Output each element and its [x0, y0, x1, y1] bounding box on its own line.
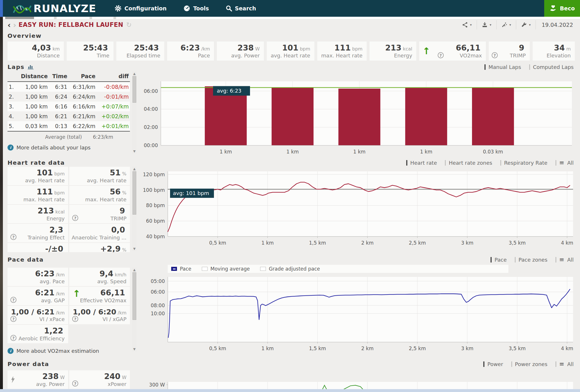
runalyze-logo[interactable]: RUNALYZE: [13, 2, 96, 15]
tab-heart-rate-zones[interactable]: Heart rate zones: [445, 160, 492, 166]
laps-pace-bar-chart[interactable]: 00:0002:0004:0006:001 km1 km1 km1 km0.03…: [142, 72, 580, 155]
svg-text:40 bpm: 40 bpm: [146, 234, 165, 239]
svg-text:0,5 km: 0,5 km: [209, 346, 226, 351]
chevron-down-icon: ▾: [509, 23, 511, 27]
edit-tools-button[interactable]: ▾: [516, 20, 536, 29]
stat-aerobic-efficiency: ?1,22Aerobic Efficiency: [8, 325, 68, 343]
laps-details-link[interactable]: i More details about your laps: [8, 145, 130, 151]
heart-rate-tabs: Heart rate Heart rate zones Respiratory …: [406, 160, 575, 166]
scroll-up-icon[interactable]: ▲: [133, 268, 135, 272]
tab-power[interactable]: Power: [483, 361, 503, 367]
pace-heading: Pace data: [8, 256, 44, 263]
help-icon[interactable]: ?: [72, 380, 78, 387]
tab-heart-rate[interactable]: Heart rate: [406, 160, 437, 166]
grade-adjusted-pace-checkbox[interactable]: [260, 267, 266, 271]
strip-mark: [89, 17, 92, 19]
scroll-up-icon[interactable]: ▲: [133, 72, 135, 76]
next-activity-button[interactable]: ›: [13, 21, 16, 29]
tab-computed-laps[interactable]: Computed Laps: [529, 64, 574, 70]
scroll-down-icon[interactable]: ▼: [133, 347, 135, 351]
stat-avg-speed: 9,4km/havg. Speed: [69, 268, 130, 286]
svg-text:08:00: 08:00: [151, 303, 165, 308]
main-panel: ‹ › EASY RUN: FELLBACH LAUFEN ↻ ▾: [3, 19, 580, 392]
legend-grade-adjusted-pace: Grade adjusted pace: [260, 266, 320, 272]
magic-wand-icon: [501, 22, 507, 28]
become-supporter-button[interactable]: Beco: [544, 0, 580, 17]
pace-tabs: Pace Pace zones ≡All: [491, 257, 575, 263]
svg-text:10:00: 10:00: [151, 311, 165, 316]
download-button[interactable]: ▾: [477, 20, 496, 29]
help-icon[interactable]: ?: [72, 316, 78, 322]
brand-name: RUNALYZE: [33, 3, 96, 14]
sub-navbar-strip: [3, 17, 580, 19]
elevation-tools-button[interactable]: ▾: [496, 20, 516, 29]
tab-all-power[interactable]: ≡All: [555, 361, 574, 367]
scroll-up-icon[interactable]: ▲: [133, 167, 135, 171]
help-icon[interactable]: ?: [10, 297, 16, 303]
nav-configuration[interactable]: Configuration: [115, 5, 167, 12]
tab-power-zones[interactable]: Power zones: [511, 361, 547, 367]
overview-stats-row: 4,03km Distance 25:43 Time 25:43 Elapsed…: [8, 42, 575, 61]
svg-text:3 km: 3 km: [461, 240, 473, 246]
strip-mark: [54, 17, 57, 19]
laps-scrollbar[interactable]: ▲ ▼: [132, 72, 137, 153]
tab-bar: [555, 257, 556, 262]
scroll-down-icon[interactable]: ▼: [133, 247, 135, 251]
previous-activity-button[interactable]: ‹: [8, 21, 11, 29]
nav-search[interactable]: Search: [226, 5, 256, 12]
help-icon[interactable]: ?: [72, 215, 78, 221]
stat-avg-power: 238W avg. Power: [8, 370, 68, 389]
svg-text:3 km: 3 km: [461, 346, 473, 351]
pace-checkbox[interactable]: [171, 267, 177, 271]
laps-heading: Laps: [8, 63, 25, 70]
download-icon: [482, 22, 488, 28]
chevron-down-icon: ▾: [529, 23, 531, 27]
help-icon[interactable]: ?: [10, 234, 16, 240]
vo2max-details-link[interactable]: i More about VO2max estimation: [8, 348, 130, 354]
help-icon[interactable]: ?: [10, 316, 16, 322]
stat-trimp: ?9TRIMP: [69, 205, 130, 223]
top-navbar: RUNALYZE Configuration Tools: [0, 0, 580, 17]
scrollbar-thumb[interactable]: [133, 272, 136, 320]
pace-scrollbar[interactable]: ▲ ▼: [132, 268, 137, 351]
scroll-down-icon[interactable]: ▼: [133, 149, 135, 153]
legend-pace: Pace: [171, 266, 191, 272]
svg-text:avg: 101 bpm: avg: 101 bpm: [173, 190, 209, 196]
svg-text:120 bpm: 120 bpm: [143, 172, 165, 177]
stat-training-effect: ?2,3Training Effect: [8, 224, 68, 242]
laps-chart-toggle-icon[interactable]: [27, 64, 34, 70]
tab-bar: [406, 160, 407, 166]
help-icon[interactable]: ?: [492, 52, 498, 58]
chevron-down-icon: ▾: [470, 23, 472, 27]
stat-anaerobic-te: 0,0Anaerobic Training ...: [69, 224, 130, 242]
window-bottom-edge: [0, 389, 580, 392]
scrollbar-thumb[interactable]: [133, 171, 136, 215]
moving-average-checkbox[interactable]: [202, 267, 208, 271]
pace-line-chart[interactable]: 05:0006:0008:0010:000,5 km1 km1,5 km2 km…: [142, 273, 580, 357]
tab-bar: [511, 361, 512, 367]
svg-text:02:00: 02:00: [144, 124, 158, 130]
tab-manual-laps[interactable]: Manual Laps: [484, 64, 521, 70]
heart-rate-scrollbar[interactable]: ▲ ▼: [132, 167, 137, 251]
svg-text:2,5 km: 2,5 km: [409, 346, 426, 351]
tab-all-pace[interactable]: ≡All: [555, 257, 574, 263]
refresh-icon[interactable]: ↻: [126, 22, 132, 28]
tab-all-hr[interactable]: ≡All: [555, 160, 574, 166]
svg-text:2 km: 2 km: [361, 240, 374, 246]
stat-distance: 4,03km Distance: [8, 42, 64, 61]
bolt-icon: [11, 376, 15, 383]
heart-rate-stats: 101bpmavg. Heart rate 51%avg. Heart rate…: [8, 167, 130, 252]
svg-text:80 bpm: 80 bpm: [146, 202, 165, 208]
help-icon[interactable]: ?: [10, 335, 16, 341]
pace-chart-legend: Pace Moving average Grade adjusted pace: [168, 265, 508, 273]
scrollbar-thumb[interactable]: [133, 76, 136, 103]
strip-mark: [113, 17, 116, 19]
tab-pace[interactable]: Pace: [491, 257, 507, 263]
nav-tools[interactable]: Tools: [183, 5, 209, 12]
heart-hand-icon: [549, 5, 557, 12]
heart-rate-line-chart[interactable]: 40 bpm60 bpm80 bpm100 bpm120 bpm0,5 km1 …: [142, 167, 580, 252]
share-button[interactable]: ▾: [457, 20, 477, 29]
help-icon[interactable]: ?: [438, 52, 444, 58]
tab-pace-zones[interactable]: Pace zones: [515, 257, 547, 263]
share-icon: [462, 22, 468, 28]
